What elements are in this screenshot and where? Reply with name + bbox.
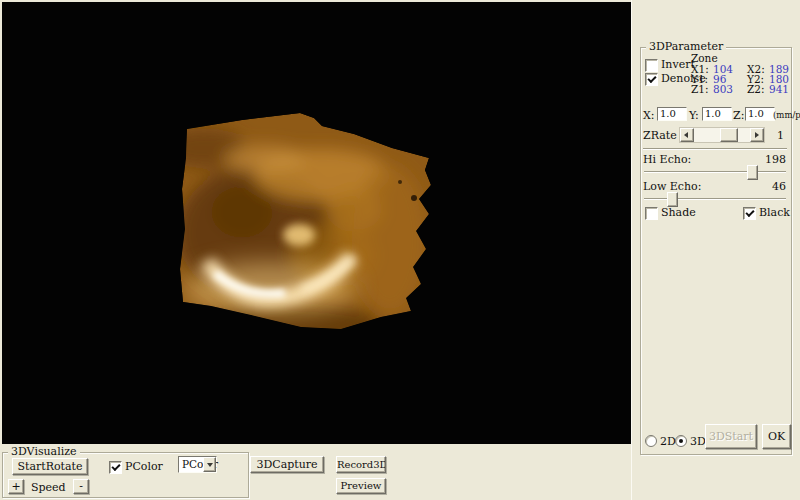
mode-3d-label: 3D [690,436,706,447]
x-scale-label: X: [643,110,655,121]
speed-label: Speed [31,482,66,493]
zone-z2-value: 941 [769,84,789,94]
zrate-label: ZRate [643,130,677,141]
speed-plus-button[interactable]: + [8,479,24,494]
hi-echo-value: 198 [765,154,786,165]
zone-z2-label: Z2: [747,84,765,94]
z-scale-input[interactable] [745,107,775,121]
invert-label: Invert [661,59,695,70]
zrate-scroll-left-icon[interactable] [680,128,694,142]
ok-button[interactable]: OK [762,424,791,449]
x-scale-input[interactable] [657,107,687,121]
y-scale-label: Y: [689,110,699,121]
mode-2d-radio[interactable] [645,435,657,447]
pcolor-dropdown-arrow-icon[interactable] [203,457,216,472]
z-scale-label: Z: [733,110,744,121]
zrate-scroll-right-icon[interactable] [750,128,764,142]
zone-z1-label: Z1: [691,84,709,94]
mode-2d-label: 2D [660,436,676,447]
hi-echo-slider-track[interactable] [644,171,786,173]
app-window: 3DParameter Invert Denoise Zone X1: 104 … [0,0,800,500]
render-viewport[interactable] [2,2,631,444]
shade-checkbox[interactable] [645,207,658,220]
separator [643,148,787,150]
zone-row-z: Z1: 803 Z2: 941 [691,84,789,94]
parameter-panel: 3DParameter Invert Denoise Zone X1: 104 … [631,0,800,500]
black-checkbox[interactable] [743,207,756,220]
parameter-groupbox: 3DParameter Invert Denoise Zone X1: 104 … [640,47,792,455]
low-echo-slider-thumb[interactable] [667,192,678,207]
zone-values: X1: 104 X2: 189 Y1: 96 Y2: 180 Z1: 803 Z… [691,64,789,96]
invert-checkbox[interactable] [645,59,658,72]
capture-3d-button[interactable]: 3DCapture [250,456,324,473]
pcolor-label: PColor [125,461,163,472]
pcolor-dropdown[interactable]: PColor [178,456,217,473]
shade-label: Shade [661,207,696,218]
preview-button[interactable]: Preview [336,478,386,494]
mode-3d-radio[interactable] [675,435,687,447]
low-echo-label: Low Echo: [643,181,701,192]
record-3d-button[interactable]: Record3D [336,456,386,473]
zrate-scroll-thumb[interactable] [720,128,738,142]
y-scale-input[interactable] [702,107,732,121]
ultrasound-render [2,2,631,444]
low-echo-slider-track[interactable] [644,198,786,200]
start-3d-button[interactable]: 3DStart [705,424,757,449]
hi-echo-slider-thumb[interactable] [747,165,758,180]
zrate-scrollbar[interactable] [679,127,765,143]
low-echo-value: 46 [772,181,786,192]
zone-z1-value: 803 [713,84,733,94]
speed-minus-button[interactable]: - [73,479,89,494]
visualize-bar: 3DVisualize StartRotate + Speed - PColor… [0,444,631,500]
black-label: Black [759,207,790,218]
denoise-checkbox[interactable] [645,73,658,86]
scale-unit-label: (mm/p) [773,110,800,121]
hi-echo-label: Hi Echo: [643,154,691,165]
start-rotate-button[interactable]: StartRotate [12,458,88,475]
pcolor-checkbox[interactable] [109,461,122,474]
visualize-groupbox: 3DVisualize StartRotate + Speed - PColor… [2,452,249,498]
visualize-group-title: 3DVisualize [8,445,80,459]
zrate-value: 1 [777,130,784,141]
